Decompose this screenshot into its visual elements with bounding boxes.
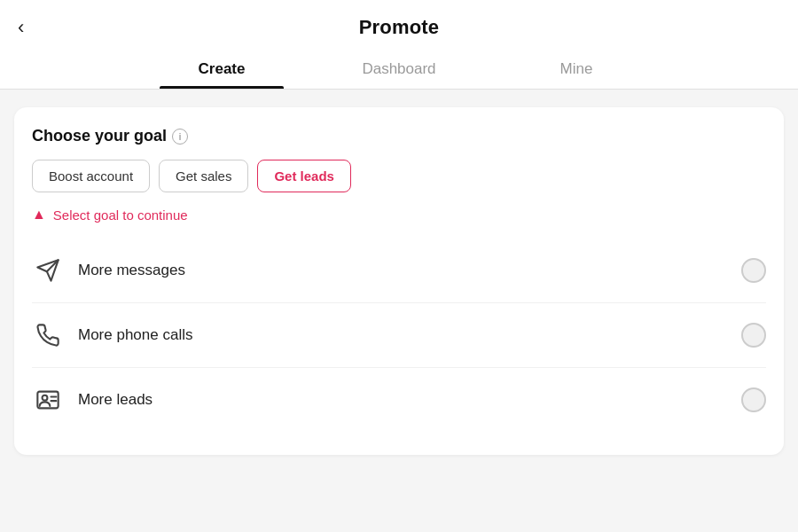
goal-btn-get-sales[interactable]: Get sales (159, 160, 248, 192)
option-more-phone-calls[interactable]: More phone calls (32, 303, 766, 368)
section-title-row: Choose your goal i (32, 127, 766, 145)
message-icon (32, 254, 64, 286)
radio-messages[interactable] (741, 258, 766, 283)
tab-create[interactable]: Create (133, 48, 310, 89)
option-label-leads: More leads (78, 391, 153, 409)
goal-card: Choose your goal i Boost account Get sal… (14, 107, 784, 455)
section-title-text: Choose your goal (32, 127, 167, 145)
option-more-messages[interactable]: More messages (32, 239, 766, 303)
main-content: Choose your goal i Boost account Get sal… (0, 90, 798, 532)
tab-dashboard[interactable]: Dashboard (310, 48, 488, 89)
goal-btn-boost-account[interactable]: Boost account (32, 160, 150, 192)
screen: ‹ Promote Create Dashboard Mine Choose y… (0, 0, 798, 532)
header-title: Promote (359, 16, 440, 39)
warning-text: Select goal to continue (53, 207, 188, 223)
option-left-messages: More messages (32, 254, 185, 286)
svg-point-2 (43, 395, 48, 401)
radio-phone[interactable] (741, 323, 766, 348)
warning-icon: ▲ (32, 207, 46, 223)
back-button[interactable]: ‹ (18, 18, 24, 37)
radio-leads[interactable] (741, 387, 766, 412)
warning-row: ▲ Select goal to continue (32, 207, 766, 223)
tab-mine[interactable]: Mine (488, 48, 665, 89)
option-label-phone: More phone calls (78, 326, 192, 344)
phone-icon (32, 319, 64, 351)
option-label-messages: More messages (78, 262, 185, 279)
option-left-phone: More phone calls (32, 319, 192, 351)
info-icon[interactable]: i (172, 129, 188, 145)
leads-icon (32, 384, 64, 416)
svg-rect-1 (37, 392, 58, 409)
options-list: More messages More phone calls (32, 239, 766, 432)
tabs-bar: Create Dashboard Mine (0, 48, 798, 90)
header: ‹ Promote (0, 0, 798, 48)
goal-btn-get-leads[interactable]: Get leads (257, 160, 351, 192)
option-left-leads: More leads (32, 384, 153, 416)
option-more-leads[interactable]: More leads (32, 368, 766, 432)
goal-buttons-group: Boost account Get sales Get leads (32, 160, 766, 192)
